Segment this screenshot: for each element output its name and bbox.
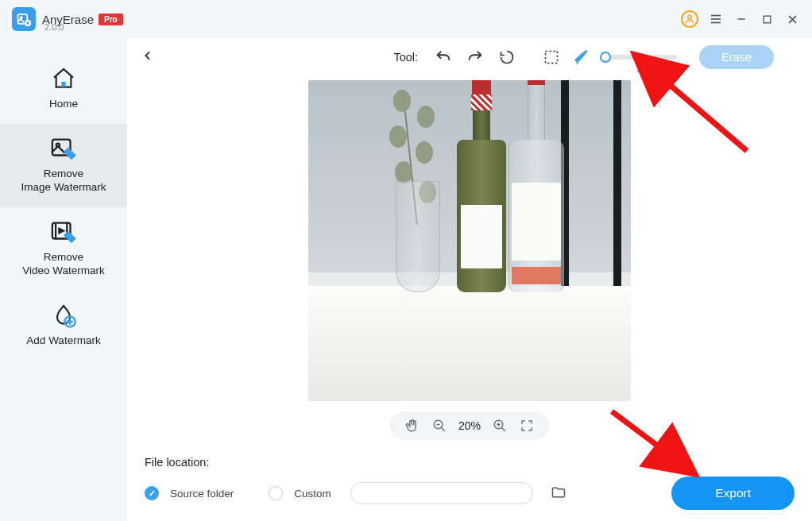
pro-badge: Pro: [99, 14, 123, 25]
file-location-label: File location:: [145, 456, 795, 469]
zoom-controls: 20%: [127, 405, 812, 446]
app-version: 2.0.0: [44, 22, 64, 32]
svg-line-23: [501, 427, 505, 431]
tool-label: Tool:: [393, 51, 418, 64]
erase-button[interactable]: Erase: [699, 45, 774, 69]
minimize-button[interactable]: [733, 11, 749, 27]
sidebar: Home Remove Image Watermark Remove Video…: [0, 38, 127, 521]
hamburger-menu-icon[interactable]: [708, 11, 724, 27]
remove-video-watermark-icon: [50, 218, 77, 245]
selection-tool-button[interactable]: [540, 46, 563, 68]
brush-size-slider[interactable]: 25: [605, 55, 677, 60]
brush-size-value: 25: [636, 64, 646, 74]
browse-folder-icon[interactable]: [551, 484, 568, 502]
toolbar: Tool: 25 Erase: [127, 38, 812, 76]
reset-button[interactable]: [496, 46, 518, 68]
pan-hand-icon[interactable]: [404, 418, 420, 434]
redo-button[interactable]: [464, 46, 486, 68]
fullscreen-button[interactable]: [519, 418, 535, 434]
source-folder-label: Source folder: [170, 488, 234, 500]
close-button[interactable]: [784, 11, 800, 27]
svg-rect-11: [61, 82, 65, 87]
sidebar-item-remove-image-watermark[interactable]: Remove Image Watermark: [0, 124, 127, 207]
export-button[interactable]: Export: [671, 477, 795, 510]
account-icon[interactable]: [681, 10, 698, 28]
brush-tool-button[interactable]: [572, 46, 594, 68]
svg-point-3: [688, 15, 692, 19]
content-panel: Tool: 25 Erase: [127, 38, 812, 521]
back-button[interactable]: [141, 49, 157, 65]
zoom-in-button[interactable]: [492, 418, 508, 434]
sidebar-item-home[interactable]: Home: [0, 54, 127, 124]
undo-button[interactable]: [432, 46, 454, 68]
sidebar-item-remove-video-watermark[interactable]: Remove Video Watermark: [0, 207, 127, 291]
footer: File location: Source folder Custom Expo…: [127, 446, 812, 521]
home-icon: [50, 65, 77, 92]
canvas-area[interactable]: [127, 76, 812, 405]
app-logo-icon: [12, 7, 36, 31]
remove-image-watermark-icon: [50, 135, 77, 162]
title-bar: AnyErase Pro 2.0.0: [0, 0, 812, 38]
svg-rect-8: [764, 16, 771, 23]
zoom-value: 20%: [458, 419, 481, 432]
sidebar-label: Home: [49, 97, 78, 111]
custom-path-input[interactable]: [350, 482, 533, 504]
custom-folder-radio[interactable]: [269, 486, 283, 500]
custom-folder-label: Custom: [294, 488, 331, 500]
maximize-button[interactable]: [759, 11, 775, 27]
svg-line-20: [441, 427, 445, 431]
sidebar-label: Remove Image Watermark: [21, 167, 106, 195]
sidebar-item-add-watermark[interactable]: Add Watermark: [0, 291, 127, 361]
sidebar-label: Remove Video Watermark: [22, 250, 105, 278]
source-folder-radio[interactable]: [145, 486, 159, 500]
zoom-out-button[interactable]: [431, 418, 447, 434]
preview-image: [308, 80, 631, 401]
svg-rect-18: [546, 52, 558, 64]
add-watermark-icon: [50, 302, 77, 329]
sidebar-label: Add Watermark: [26, 334, 100, 348]
